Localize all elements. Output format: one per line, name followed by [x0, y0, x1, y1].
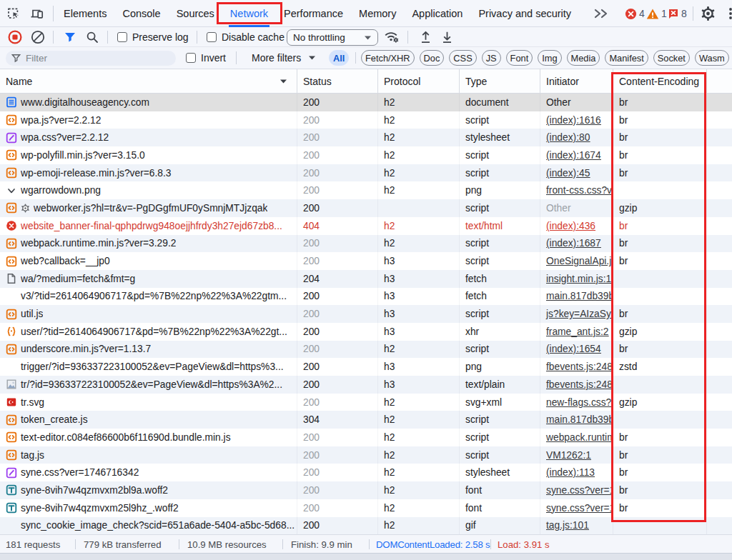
request-name-cell[interactable]: wgarrowdown.png — [0, 181, 297, 199]
throttling-select[interactable]: No throttling — [287, 29, 378, 46]
request-initiator-cell[interactable]: (index):113 — [540, 464, 613, 481]
table-row[interactable]: trigger/?id=936337223100052&ev=PageView&… — [0, 358, 732, 376]
request-name-cell[interactable]: syne-8vih7w4qzmvxm2bl9a.woff2 — [0, 481, 297, 499]
filter-pill-doc[interactable]: Doc — [420, 50, 445, 66]
request-initiator-cell[interactable]: new-flags.css?v — [540, 394, 613, 411]
tab-sources[interactable]: Sources — [169, 0, 222, 27]
request-initiator-cell[interactable]: frame_ant.js:2 — [540, 323, 613, 341]
request-initiator-cell[interactable]: VM1262:1 — [540, 446, 613, 464]
table-row[interactable]: token_create.js304h2scriptmain.817db39b — [0, 411, 732, 429]
filter-pill-font[interactable]: Font — [506, 50, 533, 66]
filter-input[interactable]: Filter — [6, 51, 176, 66]
clear-network-log-button[interactable] — [31, 30, 45, 44]
table-row[interactable]: webpack.runtime.min.js?ver=3.29.2200h2sc… — [0, 235, 732, 253]
request-initiator-cell[interactable]: (index):436 — [540, 217, 613, 235]
table-row[interactable]: www.digitalhouseagency.com200h2documentO… — [0, 94, 732, 111]
record-network-log-button[interactable] — [8, 30, 22, 44]
tab-console[interactable]: Console — [114, 0, 168, 27]
request-name-cell[interactable]: underscore.min.js?ver=1.13.7 — [0, 341, 297, 359]
request-name-cell[interactable]: v3/?tid=2614064906717&pd=%7B%22np%22%3A%… — [0, 288, 297, 306]
table-row[interactable]: syne-8vih7w4qzmvxm25l9hz_.woff2200h2font… — [0, 499, 732, 517]
request-name-cell[interactable]: token_create.js — [0, 411, 297, 429]
filter-pill-socket[interactable]: Socket — [653, 50, 690, 66]
request-name-cell[interactable]: web?callback=__jp0 — [0, 252, 297, 270]
table-row[interactable]: syne.css?ver=1746716342200h2stylesheet(i… — [0, 464, 732, 481]
tab-performance[interactable]: Performance — [276, 0, 351, 27]
warning-count-badge[interactable]: 1 — [646, 0, 667, 27]
table-row[interactable]: tr.svg200h2svg+xmlnew-flags.css?vgzip — [0, 394, 732, 411]
table-row[interactable]: tr/?id=936337223100052&ev=PageView&dl=ht… — [0, 376, 732, 394]
table-row[interactable]: wgarrowdown.png200h2pngfront-css.css?ve — [0, 181, 732, 199]
request-name-cell[interactable]: www.digitalhouseagency.com — [0, 94, 297, 111]
column-header-protocol[interactable]: Protocol — [377, 69, 459, 93]
tab-memory[interactable]: Memory — [351, 0, 404, 27]
error-count-badge[interactable]: 4 — [625, 0, 645, 27]
table-row[interactable]: website_banner-final-qphpdrwg948oejjhfrd… — [0, 217, 732, 235]
invert-checkbox[interactable] — [186, 53, 196, 63]
table-row[interactable]: wp-emoji-release.min.js?ver=6.8.3200h2sc… — [0, 164, 732, 182]
table-row[interactable]: webworker.js?hl=tr&v=-PgDGgfmUF0ySmnjMTJ… — [0, 199, 732, 217]
device-toolbar-button[interactable] — [30, 6, 44, 21]
request-name-cell[interactable]: wpa.css?ver=2.2.12 — [0, 129, 297, 146]
table-row[interactable]: wa/?medium=fetch&fmt=g204h3fetchinsight.… — [0, 270, 732, 288]
tab-privacy-and-security[interactable]: Privacy and security — [470, 0, 579, 27]
column-header-content-encoding[interactable]: Content-Encoding — [613, 69, 706, 93]
request-initiator-cell[interactable]: (index):1687 — [540, 235, 613, 253]
request-initiator-cell[interactable]: (index):45 — [540, 164, 613, 182]
table-row[interactable]: wpa.js?ver=2.2.12200h2script(index):1616… — [0, 111, 732, 129]
request-initiator-cell[interactable]: tag.js:101 — [540, 517, 613, 535]
request-name-cell[interactable]: text-editor.c084ef86600b6f11690d.bundle.… — [0, 429, 297, 446]
filter-toggle-button[interactable] — [64, 31, 76, 44]
filter-pill-manifest[interactable]: Manifest — [605, 50, 648, 66]
request-name-cell[interactable]: website_banner-final-qphpdrwg948oejjhfrd… — [0, 217, 297, 235]
table-row[interactable]: underscore.min.js?ver=1.13.7200h2script(… — [0, 341, 732, 359]
table-row[interactable]: sync_cookie_image_check?scid=651a6ade-54… — [0, 517, 732, 535]
filter-pill-all[interactable]: All — [329, 50, 349, 66]
request-name-cell[interactable]: webpack.runtime.min.js?ver=3.29.2 — [0, 235, 297, 253]
import-har-button[interactable] — [419, 30, 432, 44]
request-name-cell[interactable]: sync_cookie_image_check?scid=651a6ade-54… — [0, 517, 297, 535]
tab-application[interactable]: Application — [404, 0, 470, 27]
settings-button[interactable] — [701, 6, 716, 21]
table-row[interactable]: syne-8vih7w4qzmvxm2bl9a.woff2200h2fontsy… — [0, 481, 732, 499]
table-row[interactable]: wpa.css?ver=2.2.12200h2stylesheet(index)… — [0, 129, 732, 146]
request-name-cell[interactable]: webworker.js?hl=tr&v=-PgDGgfmUF0ySmnjMTJ… — [0, 199, 297, 217]
request-name-cell[interactable]: wp-polyfill.min.js?ver=3.15.0 — [0, 146, 297, 164]
request-initiator-cell[interactable]: js?key=AIzaSyD — [540, 305, 613, 323]
request-initiator-cell[interactable]: webpack.runtime — [540, 429, 613, 446]
filter-pill-js[interactable]: JS — [482, 50, 501, 66]
kebab-menu-button[interactable] — [728, 6, 732, 21]
table-row[interactable]: v3/?tid=2614064906717&pd=%7B%22np%22%3A%… — [0, 288, 732, 306]
request-initiator-cell[interactable]: OneSignalApi.js — [540, 252, 613, 270]
request-name-cell[interactable]: syne-8vih7w4qzmvxm25l9hz_.woff2 — [0, 499, 297, 517]
filter-pill-fetch-xhr[interactable]: Fetch/XHR — [361, 50, 415, 66]
request-name-cell[interactable]: trigger/?id=936337223100052&ev=PageView&… — [0, 358, 297, 376]
request-initiator-cell[interactable]: (index):1674 — [540, 146, 613, 164]
search-button[interactable] — [86, 31, 99, 44]
table-row[interactable]: tag.js200h2scriptVM1262:1br — [0, 446, 732, 464]
request-initiator-cell[interactable]: main.817db39b — [540, 288, 613, 306]
request-name-cell[interactable]: tr.svg — [0, 394, 297, 411]
network-conditions-button[interactable] — [384, 30, 400, 44]
request-initiator-cell[interactable]: (index):80 — [540, 129, 613, 146]
column-header-name[interactable]: Name — [0, 69, 297, 93]
request-initiator-cell[interactable]: (index):1616 — [540, 111, 613, 129]
request-initiator-cell[interactable]: syne.css?ver=17 — [540, 499, 613, 517]
request-initiator-cell[interactable]: front-css.css?ve — [540, 181, 613, 199]
table-row[interactable]: wp-polyfill.min.js?ver=3.15.0200h2script… — [0, 146, 732, 164]
inspect-element-button[interactable] — [7, 6, 21, 21]
column-header-initiator[interactable]: Initiator — [540, 69, 613, 93]
request-initiator-cell[interactable]: fbevents.js:248 — [540, 376, 613, 394]
request-name-cell[interactable]: syne.css?ver=1746716342 — [0, 464, 297, 481]
filter-pill-media[interactable]: Media — [567, 50, 600, 66]
filter-pill-wasm[interactable]: Wasm — [695, 50, 729, 66]
table-row[interactable]: text-editor.c084ef86600b6f11690d.bundle.… — [0, 429, 732, 446]
request-initiator-cell[interactable]: main.817db39b — [540, 411, 613, 429]
request-name-cell[interactable]: tag.js — [0, 446, 297, 464]
export-har-button[interactable] — [440, 30, 454, 44]
request-initiator-cell[interactable]: syne.css?ver=17 — [540, 481, 613, 499]
column-header-status[interactable]: Status — [297, 69, 377, 93]
request-name-cell[interactable]: util.js — [0, 305, 297, 323]
table-row[interactable]: web?callback=__jp0200h3scriptOneSignalAp… — [0, 252, 732, 270]
more-tabs-button[interactable] — [593, 6, 610, 21]
